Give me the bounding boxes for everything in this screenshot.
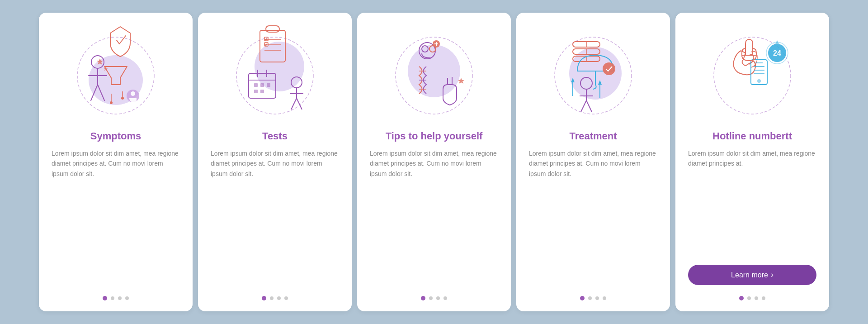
svg-point-62	[603, 62, 615, 75]
dot-1	[421, 296, 425, 300]
tests-title: Tests	[262, 130, 288, 142]
dot-4	[762, 296, 765, 300]
tips-dots	[421, 296, 447, 300]
tests-illustration	[230, 24, 320, 123]
dot-1	[739, 296, 744, 300]
dot-3	[277, 296, 281, 300]
hotline-illustration: 24	[707, 24, 797, 123]
svg-rect-33	[260, 90, 264, 93]
svg-point-78	[757, 79, 761, 83]
dot-1	[262, 296, 266, 300]
symptoms-dots	[103, 296, 129, 300]
learn-more-button[interactable]: Learn more ›	[688, 265, 816, 285]
dot-4	[603, 296, 606, 300]
svg-rect-31	[267, 83, 270, 87]
symptoms-body: Lorem ipsum dolor sit dim amet, mea regi…	[52, 148, 180, 287]
svg-point-40	[408, 45, 460, 97]
hotline-dots	[739, 296, 765, 300]
svg-line-38	[297, 98, 302, 110]
treatment-body: Lorem ipsum dolor sit dim amet, mea regi…	[529, 148, 657, 287]
dot-3	[436, 296, 440, 300]
card-symptoms: Symptoms Lorem ipsum dolor sit dim amet,…	[39, 13, 193, 311]
card-treatment: Treatment Lorem ipsum dolor sit dim amet…	[516, 13, 670, 311]
tips-title: Tips to help yourself	[386, 130, 483, 142]
dot-3	[755, 296, 758, 300]
treatment-illustration	[548, 24, 638, 123]
dot-2	[747, 296, 751, 300]
treatment-dots	[580, 296, 606, 300]
dot-2	[588, 296, 592, 300]
tests-body: Lorem ipsum dolor sit dim amet, mea regi…	[211, 148, 339, 287]
dot-4	[443, 296, 447, 300]
dot-4	[125, 296, 129, 300]
svg-line-67	[586, 100, 592, 112]
card-hotline: 24 Hotline numbertt Lorem ipsum dolor si…	[675, 13, 829, 311]
dot-2	[270, 296, 274, 300]
cards-container: Symptoms Lorem ipsum dolor sit dim amet,…	[24, 2, 844, 322]
treatment-title: Treatment	[569, 130, 617, 142]
tests-dots	[262, 296, 288, 300]
svg-point-15	[121, 97, 124, 100]
card-tests: Tests Lorem ipsum dolor sit dim amet, me…	[198, 13, 352, 311]
svg-point-11	[131, 91, 135, 96]
symptoms-illustration	[71, 24, 161, 123]
card-tips: Tips to help yourself Lorem ipsum dolor …	[357, 13, 511, 311]
dot-1	[103, 296, 107, 300]
dot-1	[580, 296, 585, 300]
svg-rect-32	[254, 90, 258, 93]
dot-3	[595, 296, 599, 300]
dot-2	[429, 296, 433, 300]
svg-line-66	[581, 100, 586, 112]
hotline-body: Lorem ipsum dolor sit dim amet, mea regi…	[688, 148, 816, 257]
hotline-title: Hotline numbertt	[712, 130, 792, 142]
arrow-icon: ›	[771, 270, 774, 280]
svg-point-13	[110, 101, 113, 104]
learn-more-label: Learn more	[731, 271, 768, 279]
svg-rect-29	[254, 83, 258, 87]
tips-body: Lorem ipsum dolor sit dim amet, mea regi…	[370, 148, 498, 287]
dot-2	[111, 296, 114, 300]
tips-illustration	[389, 24, 479, 123]
dot-4	[284, 296, 288, 300]
svg-rect-19	[266, 26, 279, 32]
svg-rect-30	[260, 83, 264, 87]
dot-3	[118, 296, 122, 300]
symptoms-title: Symptoms	[90, 130, 141, 142]
svg-text:24: 24	[773, 49, 781, 57]
